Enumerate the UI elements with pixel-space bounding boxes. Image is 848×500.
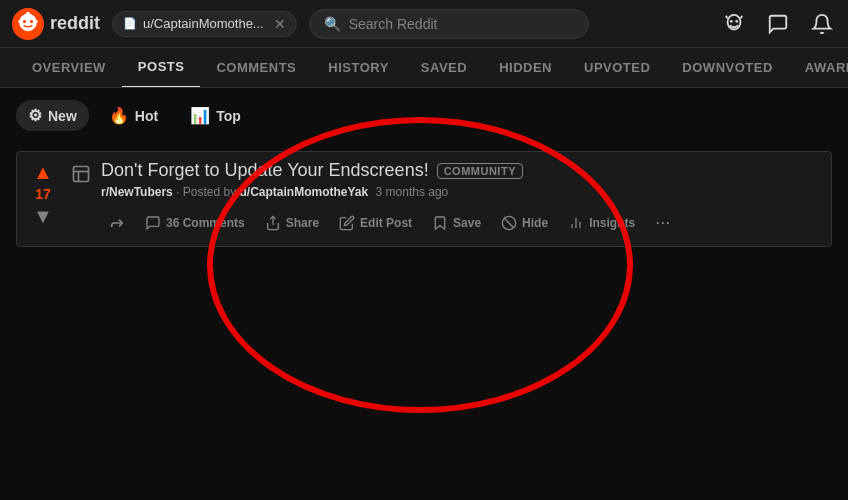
post-card: ▲ 17 ▼ Don't Forget to Update Your Endsc… <box>16 151 832 247</box>
post-meta: r/NewTubers · Posted by u/CaptainMomothe… <box>101 185 823 199</box>
nav-icons <box>720 10 836 38</box>
insights-label: Insights <box>589 216 635 230</box>
top-navigation: reddit 📄 u/CaptainMomothe... ✕ 🔍 Search … <box>0 0 848 48</box>
hide-icon <box>501 215 517 231</box>
hide-button[interactable]: Hide <box>493 210 556 236</box>
svg-point-4 <box>18 20 22 23</box>
subnav-history[interactable]: HISTORY <box>312 48 405 88</box>
redirect-button[interactable] <box>101 210 133 236</box>
edit-post-button[interactable]: Edit Post <box>331 210 420 236</box>
reddit-wordmark: reddit <box>50 13 100 34</box>
comments-button[interactable]: 36 Comments <box>137 210 253 236</box>
save-button[interactable]: Save <box>424 210 489 236</box>
subnav-downvoted[interactable]: DOWNVOTED <box>666 48 788 88</box>
comments-label: 36 Comments <box>166 216 245 230</box>
svg-point-5 <box>34 20 38 23</box>
vote-column: ▲ 17 ▼ <box>25 160 61 238</box>
new-sort-icon: ⚙ <box>28 106 42 125</box>
upvote-button[interactable]: ▲ <box>33 162 53 182</box>
save-label: Save <box>453 216 481 230</box>
search-icon: 🔍 <box>324 16 341 32</box>
edit-label: Edit Post <box>360 216 412 230</box>
sort-bar: ⚙ New 🔥 Hot 📊 Top <box>0 88 848 143</box>
profile-subnav: OVERVIEW POSTS COMMENTS HISTORY SAVED HI… <box>0 48 848 88</box>
subnav-comments[interactable]: COMMENTS <box>200 48 312 88</box>
more-options-button[interactable]: ··· <box>647 207 678 238</box>
subnav-posts[interactable]: POSTS <box>122 48 201 88</box>
author-link[interactable]: u/CaptainMomotheYak <box>240 185 369 199</box>
insights-button[interactable]: Insights <box>560 210 643 236</box>
svg-point-3 <box>30 20 33 23</box>
redirect-icon <box>109 215 125 231</box>
svg-point-2 <box>23 20 26 23</box>
svg-rect-13 <box>74 167 89 182</box>
hot-sort-icon: 🔥 <box>109 106 129 125</box>
subnav-upvoted[interactable]: UPVOTED <box>568 48 666 88</box>
post-content: Don't Forget to Update Your Endscreens! … <box>101 160 823 238</box>
subnav-awards[interactable]: AWARDS RECEIVED <box>789 48 848 88</box>
post-title: Don't Forget to Update Your Endscreens! <box>101 160 429 181</box>
sort-top-button[interactable]: 📊 Top <box>178 100 253 131</box>
reddit-logo[interactable]: reddit <box>12 8 100 40</box>
community-badge: COMMUNITY <box>437 163 523 179</box>
notification-icon[interactable] <box>808 10 836 38</box>
reddit-snoo-icon <box>12 8 44 40</box>
share-button[interactable]: Share <box>257 210 327 236</box>
svg-line-11 <box>726 15 728 18</box>
vote-count: 17 <box>35 186 51 202</box>
top-sort-icon: 📊 <box>190 106 210 125</box>
share-icon <box>265 215 281 231</box>
edit-icon <box>339 215 355 231</box>
svg-point-10 <box>735 19 738 22</box>
sort-hot-button[interactable]: 🔥 Hot <box>97 100 170 131</box>
hide-label: Hide <box>522 216 548 230</box>
tab-close-icon[interactable]: ✕ <box>274 16 286 32</box>
search-bar[interactable]: 🔍 Search Reddit <box>309 9 589 39</box>
chat-icon[interactable] <box>764 10 792 38</box>
share-label: Share <box>286 216 319 230</box>
post-actions: 36 Comments Share Edit Post <box>101 207 823 238</box>
alien-icon[interactable] <box>720 10 748 38</box>
subnav-hidden[interactable]: HIDDEN <box>483 48 568 88</box>
post-title-row: Don't Forget to Update Your Endscreens! … <box>101 160 823 181</box>
insights-icon <box>568 215 584 231</box>
sort-new-button[interactable]: ⚙ New <box>16 100 89 131</box>
user-tab[interactable]: 📄 u/CaptainMomothe... ✕ <box>112 11 297 37</box>
subnav-saved[interactable]: SAVED <box>405 48 483 88</box>
svg-point-7 <box>26 11 30 15</box>
subreddit-link[interactable]: r/NewTubers <box>101 185 173 199</box>
comments-icon <box>145 215 161 231</box>
save-icon <box>432 215 448 231</box>
svg-point-9 <box>730 19 733 22</box>
downvote-button[interactable]: ▼ <box>33 206 53 226</box>
time-ago: 3 months ago <box>376 185 449 199</box>
post-type-icon <box>69 162 93 186</box>
svg-line-18 <box>504 218 513 227</box>
svg-line-12 <box>740 15 742 18</box>
subnav-overview[interactable]: OVERVIEW <box>16 48 122 88</box>
